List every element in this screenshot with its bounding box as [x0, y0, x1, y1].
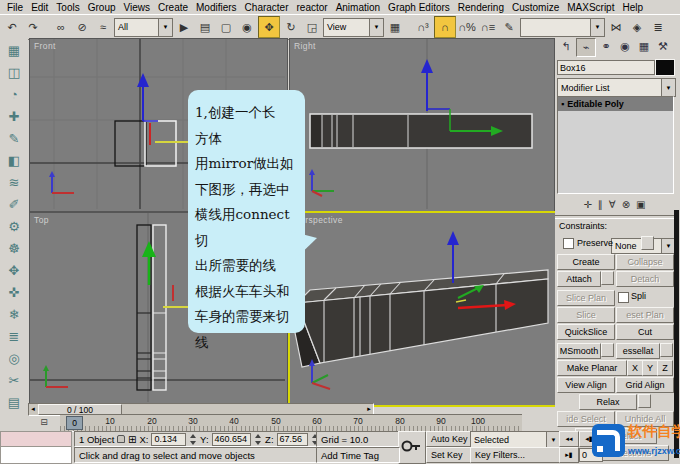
- make-planar-button[interactable]: Make Planar: [557, 360, 627, 376]
- add-time-tag[interactable]: Add Time Tag: [316, 447, 400, 463]
- configure-modifier-sets-icon[interactable]: ▣: [636, 199, 645, 210]
- pin-stack-icon[interactable]: ✛: [583, 199, 591, 210]
- chevron-down-icon[interactable]: ▼: [661, 79, 675, 96]
- menu-create[interactable]: Create: [154, 2, 192, 13]
- go-to-start-button[interactable]: ◂◂: [559, 431, 579, 447]
- tessellate-settings-icon[interactable]: [660, 343, 673, 357]
- object-color-swatch[interactable]: [655, 59, 675, 76]
- timeline-ruler[interactable]: 0 10 20 30 40 50 60 70 80 90 100: [60, 414, 522, 432]
- snap-toggle-3d-icon[interactable]: ∩³: [413, 17, 433, 37]
- set-key-mode-button[interactable]: [398, 431, 426, 464]
- y-spinner[interactable]: [254, 433, 262, 446]
- chevron-down-icon[interactable]: ▼: [369, 19, 383, 36]
- select-by-name-icon[interactable]: ▤: [195, 17, 215, 37]
- key-selection-dropdown[interactable]: Selected ▼: [470, 431, 561, 448]
- motion-tab-icon[interactable]: ◉: [616, 38, 634, 55]
- modifier-stack[interactable]: ▪ Editable Poly: [557, 96, 674, 194]
- left-toolbar-icon-10[interactable]: ☸: [2, 238, 26, 259]
- view-align-button[interactable]: View Align: [557, 377, 615, 393]
- left-toolbar-icon-13[interactable]: ❄: [2, 304, 26, 325]
- left-toolbar-icon-12[interactable]: ✜: [2, 282, 26, 303]
- right-viewport-canvas[interactable]: [290, 39, 552, 209]
- select-and-rotate-icon[interactable]: ↻: [281, 17, 301, 37]
- quickslice-button[interactable]: QuickSlice: [557, 324, 615, 340]
- left-toolbar-icon-6[interactable]: ◧: [2, 150, 26, 171]
- left-toolbar-icon-14[interactable]: ≣: [2, 326, 26, 347]
- menu-views[interactable]: Views: [120, 2, 155, 13]
- left-toolbar-icon-2[interactable]: ◫: [2, 62, 26, 83]
- menu-modifiers[interactable]: Modifiers: [192, 2, 241, 13]
- menu-reactor[interactable]: reactor: [293, 2, 332, 13]
- edit-named-selections-icon[interactable]: ✎: [499, 17, 519, 37]
- select-and-move-icon[interactable]: ✥: [258, 16, 280, 38]
- right-viewport[interactable]: Right: [289, 38, 555, 212]
- chevron-down-icon[interactable]: ▼: [158, 19, 172, 36]
- menu-tools[interactable]: Tools: [52, 2, 83, 13]
- left-toolbar-icon-9[interactable]: ⚙: [2, 216, 26, 237]
- left-toolbar-icon-1[interactable]: ▦: [2, 40, 26, 61]
- attach-button[interactable]: Attach: [557, 271, 601, 287]
- menu-rendering[interactable]: Rendering: [454, 2, 508, 13]
- chevron-down-icon[interactable]: ▼: [546, 432, 560, 447]
- unlink-selection-icon[interactable]: ⊘: [72, 17, 92, 37]
- remove-modifier-icon[interactable]: ⊗: [622, 199, 630, 210]
- menu-animation[interactable]: Animation: [332, 2, 384, 13]
- left-toolbar-icon-17[interactable]: ▤: [2, 392, 26, 413]
- modify-tab-icon[interactable]: ⌁: [576, 38, 596, 57]
- left-toolbar-icon-5[interactable]: ✎: [2, 128, 26, 149]
- set-key-button[interactable]: Set Key: [426, 447, 474, 463]
- mirror-icon[interactable]: ⋈: [606, 17, 626, 37]
- chevron-down-icon[interactable]: ▼: [590, 19, 604, 36]
- cut-button[interactable]: Cut: [616, 324, 674, 340]
- make-planar-x-button[interactable]: X: [627, 360, 643, 376]
- spinner-snap-icon[interactable]: ∩≡: [478, 17, 498, 37]
- grid-align-button[interactable]: Grid Align: [616, 377, 674, 393]
- modifier-list-dropdown[interactable]: Modifier List ▼: [557, 78, 676, 97]
- select-and-scale-icon[interactable]: ◲: [302, 17, 322, 37]
- crossing-selection-icon[interactable]: ◉: [237, 17, 257, 37]
- menu-maxscript[interactable]: MAXScript: [563, 2, 618, 13]
- percent-snap-icon[interactable]: ∩%: [457, 17, 477, 37]
- maxscript-macro-line[interactable]: [0, 431, 72, 447]
- menu-group[interactable]: Group: [84, 2, 120, 13]
- modifier-stack-row-editable-poly[interactable]: ▪ Editable Poly: [558, 97, 673, 111]
- z-coordinate-field[interactable]: 67.56: [277, 433, 308, 446]
- angle-snap-icon[interactable]: ∩: [434, 16, 456, 38]
- menu-help[interactable]: Help: [618, 2, 647, 13]
- use-center-icon[interactable]: ▦: [385, 17, 405, 37]
- relax-settings-icon[interactable]: [638, 394, 651, 408]
- attach-settings-icon[interactable]: [601, 271, 614, 285]
- play-button[interactable]: ▸▮: [559, 447, 579, 463]
- undo-icon[interactable]: ↶: [2, 17, 22, 37]
- menu-character[interactable]: Character: [241, 2, 293, 13]
- left-toolbar-icon-16[interactable]: ✂: [2, 370, 26, 391]
- redo-icon[interactable]: ↷: [23, 17, 43, 37]
- x-spinner[interactable]: [189, 433, 197, 446]
- key-filters-button[interactable]: Key Filters...: [470, 447, 562, 463]
- viewport-label-front[interactable]: Front: [34, 41, 56, 51]
- tessellate-button[interactable]: essellat: [616, 343, 660, 359]
- left-toolbar-icon-15[interactable]: ◎: [2, 348, 26, 369]
- auto-key-button[interactable]: Auto Key: [426, 431, 474, 447]
- rectangular-selection-icon[interactable]: ▢: [216, 17, 236, 37]
- x-coordinate-field[interactable]: 0.134: [151, 433, 186, 446]
- make-planar-z-button[interactable]: Z: [657, 360, 673, 376]
- split-checkbox[interactable]: [618, 292, 629, 303]
- left-toolbar-icon-4[interactable]: ✚: [2, 106, 26, 127]
- msmooth-settings-icon[interactable]: [601, 343, 614, 357]
- time-slider-left-arrow-icon[interactable]: ◂: [29, 404, 37, 413]
- viewport-label-top[interactable]: Top: [34, 215, 49, 225]
- y-coordinate-field[interactable]: 460.654: [212, 433, 252, 446]
- utilities-tab-icon[interactable]: ⚒: [654, 38, 672, 55]
- perspective-viewport-canvas[interactable]: [290, 213, 552, 401]
- preserve-uvs-settings-icon[interactable]: [641, 236, 654, 250]
- layer-manager-icon[interactable]: ≣: [648, 17, 668, 37]
- msmooth-button[interactable]: MSmooth: [557, 343, 601, 359]
- create-button[interactable]: Create: [557, 254, 615, 270]
- track-bar-toggle-icon[interactable]: ⊟: [33, 416, 55, 428]
- absolute-offset-toggle-icon[interactable]: ⊞: [128, 434, 136, 445]
- object-name-field[interactable]: Box16: [557, 60, 655, 75]
- menu-customize[interactable]: Customize: [508, 2, 563, 13]
- relax-button[interactable]: Relax: [579, 394, 637, 410]
- hierarchy-tab-icon[interactable]: ⚭: [597, 38, 615, 55]
